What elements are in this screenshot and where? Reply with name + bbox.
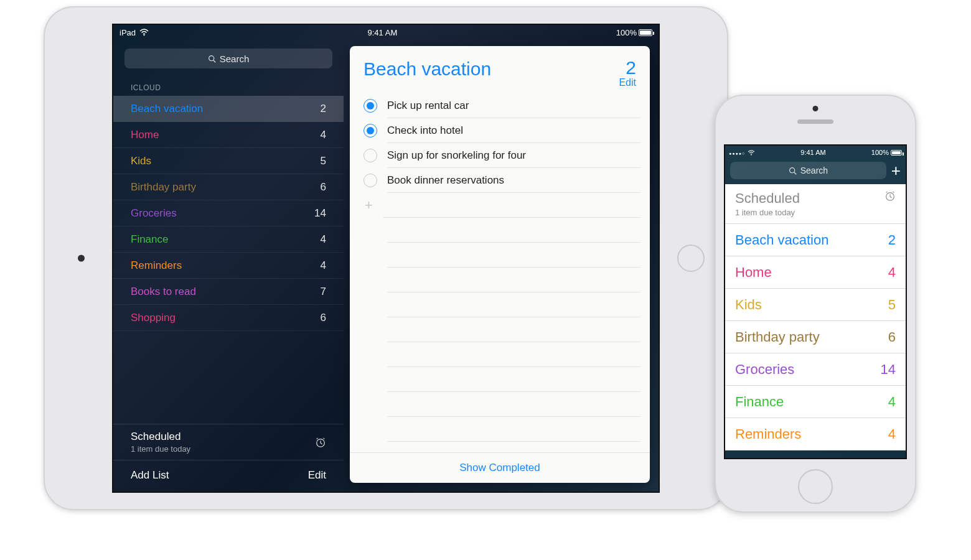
list-count: 14: [314, 207, 326, 220]
reminder-text: Sign up for snorkeling for four: [387, 149, 526, 162]
sidebar-list-item[interactable]: Shopping6: [113, 305, 344, 331]
ruled-line: [387, 417, 641, 442]
iphone-scheduled[interactable]: Scheduled 1 item due today: [725, 184, 906, 224]
list-count: 5: [321, 155, 326, 167]
iphone-device: 9:41 AM 100% Search + Scheduled 1 item d…: [715, 95, 916, 513]
ruled-line: [387, 268, 641, 292]
svg-point-4: [751, 154, 752, 156]
iphone-list-item[interactable]: Finance4: [725, 386, 906, 418]
show-completed-button[interactable]: Show Completed: [350, 452, 650, 483]
scheduled-subtitle: 1 item due today: [735, 208, 800, 217]
sidebar-list-item[interactable]: Kids5: [113, 148, 344, 174]
iphone-status-bar: 9:41 AM 100%: [725, 146, 906, 159]
ruled-line: [387, 342, 641, 367]
ipad-camera: [78, 255, 85, 262]
list-name: Reminders: [735, 426, 801, 442]
sidebar-scheduled[interactable]: Scheduled 1 item due today: [113, 424, 344, 460]
reminder-text: Pick up rental car: [387, 100, 469, 112]
sidebar-list-item[interactable]: Birthday party6: [113, 174, 344, 200]
iphone-list-item[interactable]: Reminders4: [725, 418, 906, 450]
svg-point-0: [144, 35, 145, 36]
sidebar-list-item[interactable]: Finance4: [113, 226, 344, 253]
svg-point-5: [789, 167, 794, 172]
search-icon: [789, 167, 797, 175]
ipad-sidebar: Search ICLOUD Beach vacation2Home4Kids5B…: [113, 40, 344, 492]
list-name: Beach vacation: [735, 232, 828, 248]
reminder-checkbox[interactable]: [364, 124, 377, 138]
ruled-line: [387, 243, 641, 268]
wifi-icon: [748, 150, 755, 156]
scheduled-title: Scheduled: [131, 431, 190, 443]
reminder-text: Check into hotel: [387, 124, 463, 137]
battery-indicator: 100%: [616, 28, 652, 37]
list-name: Kids: [131, 155, 151, 167]
reminder-text: Book dinner reservations: [387, 174, 504, 187]
wifi-icon: [139, 29, 149, 36]
add-list-button[interactable]: Add List: [131, 469, 169, 482]
iphone-list-item[interactable]: Kids5: [725, 289, 906, 321]
ipad-screen: iPad 9:41 AM 100% Search ICLOUD Beach va…: [112, 24, 660, 493]
iphone-list-item[interactable]: Home4: [725, 256, 906, 289]
ruled-line: [387, 218, 641, 243]
search-icon: [208, 55, 216, 63]
iphone-list-item[interactable]: Beach vacation2: [725, 224, 906, 256]
ruled-line: [387, 317, 641, 342]
status-time: 9:41 AM: [800, 149, 825, 156]
scheduled-title: Scheduled: [735, 190, 800, 207]
list-name: Birthday party: [735, 329, 820, 345]
list-count: 5: [888, 297, 896, 313]
reminder-item[interactable]: Pick up rental car: [355, 93, 650, 118]
list-count: 4: [888, 394, 896, 410]
add-button[interactable]: +: [891, 162, 901, 179]
list-name: Home: [735, 264, 772, 281]
search-placeholder: Search: [220, 54, 250, 64]
iphone-list-item[interactable]: Birthday party6: [725, 321, 906, 353]
list-count: 4: [888, 264, 896, 281]
sidebar-list-item[interactable]: Home4: [113, 122, 344, 148]
ruled-line: [387, 392, 641, 417]
reminder-item[interactable]: Check into hotel: [355, 118, 650, 143]
list-name: Finance: [131, 233, 168, 246]
ruled-line: [387, 292, 641, 317]
svg-line-2: [213, 60, 215, 62]
list-name: Books to read: [131, 286, 196, 298]
plus-icon: +: [365, 198, 373, 212]
detail-panel: Beach vacation 2 Edit Pick up rental car…: [350, 46, 650, 483]
list-name: Finance: [735, 394, 784, 410]
search-input[interactable]: Search: [730, 162, 886, 179]
iphone-home-button[interactable]: [798, 469, 833, 504]
status-time: 9:41 AM: [368, 28, 398, 37]
scheduled-subtitle: 1 item due today: [131, 444, 190, 454]
detail-title: Beach vacation: [364, 58, 491, 88]
battery-percent: 100%: [616, 28, 637, 37]
sidebar-list-item[interactable]: Groceries14: [113, 200, 344, 226]
section-label: ICLOUD: [113, 75, 344, 96]
reminder-checkbox[interactable]: [364, 149, 377, 162]
battery-percent: 100%: [871, 149, 889, 156]
list-count: 2: [888, 232, 896, 248]
reminder-item[interactable]: Book dinner reservations: [355, 168, 650, 193]
sidebar-list-item[interactable]: Books to read7: [113, 279, 344, 305]
list-count: 4: [321, 259, 326, 272]
edit-sidebar-button[interactable]: Edit: [308, 469, 326, 482]
list-name: Reminders: [131, 259, 182, 272]
list-count: 6: [321, 312, 326, 324]
alarm-icon: [315, 437, 326, 448]
list-count: 4: [321, 233, 326, 246]
edit-detail-button[interactable]: Edit: [619, 77, 636, 88]
list-name: Birthday party: [131, 181, 196, 194]
list-name: Kids: [735, 297, 762, 313]
list-name: Shopping: [131, 312, 176, 324]
device-label: iPad: [120, 28, 136, 37]
add-reminder-button[interactable]: +: [355, 193, 650, 218]
signal-icon: [729, 149, 745, 156]
ipad-home-button[interactable]: [677, 245, 705, 272]
search-input[interactable]: Search: [124, 49, 332, 68]
reminder-checkbox[interactable]: [364, 174, 377, 187]
sidebar-list-item[interactable]: Reminders4: [113, 253, 344, 279]
reminder-item[interactable]: Sign up for snorkeling for four: [355, 143, 650, 168]
ipad-device: iPad 9:41 AM 100% Search ICLOUD Beach va…: [44, 6, 728, 510]
sidebar-list-item[interactable]: Beach vacation2: [113, 96, 344, 122]
iphone-list-item[interactable]: Groceries14: [725, 353, 906, 386]
reminder-checkbox[interactable]: [364, 99, 377, 113]
